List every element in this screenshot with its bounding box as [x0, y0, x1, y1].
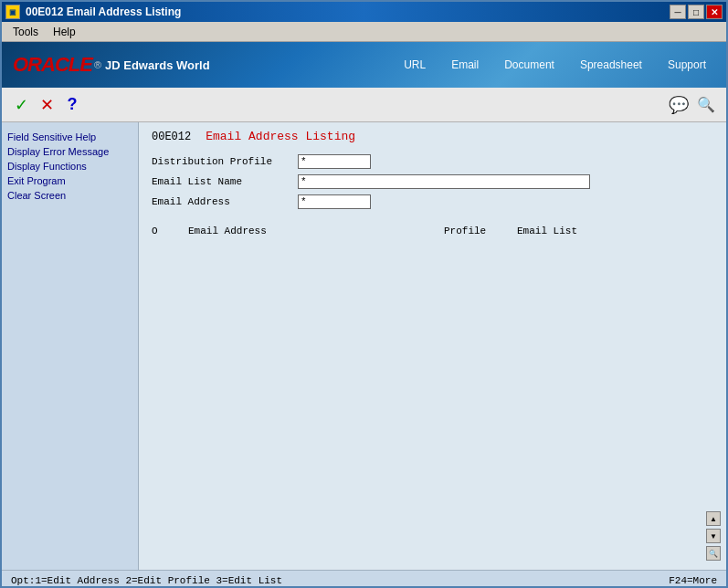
table-section: O Email Address Profile Email List [152, 224, 713, 238]
sidebar: Field Sensitive Help Display Error Messa… [2, 122, 139, 570]
col-header-email: Email Address [188, 226, 444, 236]
main-flex: Field Sensitive Help Display Error Messa… [2, 122, 726, 570]
scroll-up-button[interactable]: ▲ [706, 511, 721, 526]
col-header-list: Email List [517, 226, 590, 236]
oracle-logo: ORACLE ® JD Edwards World [2, 53, 221, 77]
cancel-button[interactable]: ✕ [37, 95, 57, 115]
toolbar: ✓ ✕ ? 💬 🔍 [2, 88, 726, 122]
oracle-header: ORACLE ® JD Edwards World URL Email Docu… [2, 42, 726, 88]
header-nav: URL Email Document Spreadsheet Support [391, 55, 726, 75]
scroll-down-button[interactable]: ▼ [706, 529, 721, 543]
sidebar-item-field-sensitive-help[interactable]: Field Sensitive Help [7, 130, 132, 144]
form-id: 00E012 [152, 131, 191, 143]
close-button[interactable]: ✕ [706, 5, 723, 19]
sidebar-item-display-functions[interactable]: Display Functions [7, 159, 132, 173]
scroll-controls: ▲ ▼ 🔍 [706, 511, 721, 561]
col-header-o: O [152, 226, 188, 236]
status-left: Opt:1=Edit Address 2=Edit Profile 3=Edit… [11, 575, 669, 586]
app-icon: ▣ [5, 5, 20, 19]
maximize-button[interactable]: □ [688, 5, 704, 19]
help-button[interactable]: ? [62, 95, 82, 115]
email-list-name-label: Email List Name [152, 176, 298, 187]
zoom-button[interactable]: 🔍 [706, 546, 721, 561]
ok-button[interactable]: ✓ [11, 95, 31, 115]
distribution-profile-label: Distribution Profile [152, 156, 298, 167]
email-address-row: Email Address [152, 194, 713, 209]
nav-url[interactable]: URL [391, 55, 438, 75]
nav-spreadsheet[interactable]: Spreadsheet [567, 55, 655, 75]
menu-bar: Tools Help [2, 22, 726, 42]
sidebar-item-exit-program[interactable]: Exit Program [7, 173, 132, 188]
table-header-row: O Email Address Profile Email List [152, 224, 713, 238]
col-header-profile: Profile [444, 226, 517, 236]
chat-icon[interactable]: 💬 [668, 94, 690, 116]
menu-tools[interactable]: Tools [5, 24, 46, 40]
content-area: 00E012 Email Address Listing Distributio… [139, 122, 726, 570]
toolbar-right-icons: 💬 🔍 [668, 94, 717, 116]
sidebar-item-display-error-message[interactable]: Display Error Message [7, 144, 132, 159]
nav-document[interactable]: Document [491, 55, 567, 75]
email-address-label: Email Address [152, 196, 298, 207]
nav-support[interactable]: Support [655, 55, 719, 75]
form-title: Email Address Listing [206, 130, 355, 143]
distribution-profile-row: Distribution Profile [152, 154, 713, 169]
title-bar: ▣ 00E012 Email Address Listing ─ □ ✕ [2, 2, 726, 22]
distribution-profile-input[interactable] [298, 154, 371, 169]
form-fields: Distribution Profile Email List Name Ema… [152, 154, 713, 209]
email-list-name-input[interactable] [298, 174, 590, 189]
email-list-name-row: Email List Name [152, 174, 713, 189]
minimize-button[interactable]: ─ [670, 5, 686, 19]
status-bar: Opt:1=Edit Address 2=Edit Profile 3=Edit… [2, 570, 726, 588]
sidebar-item-clear-screen[interactable]: Clear Screen [7, 188, 132, 203]
window-title: 00E012 Email Address Listing [26, 5, 670, 18]
form-header: 00E012 Email Address Listing [152, 130, 713, 143]
registered-mark: ® [94, 59, 101, 70]
content-wrapper: Field Sensitive Help Display Error Messa… [2, 122, 726, 570]
menu-help[interactable]: Help [46, 24, 83, 40]
search-icon[interactable]: 🔍 [695, 94, 717, 116]
window-controls: ─ □ ✕ [670, 5, 723, 19]
jde-text: JD Edwards World [105, 58, 210, 72]
oracle-text: ORACLE [13, 53, 92, 77]
status-right: F24=More [669, 575, 717, 586]
nav-email[interactable]: Email [438, 55, 491, 75]
email-address-input[interactable] [298, 194, 371, 209]
